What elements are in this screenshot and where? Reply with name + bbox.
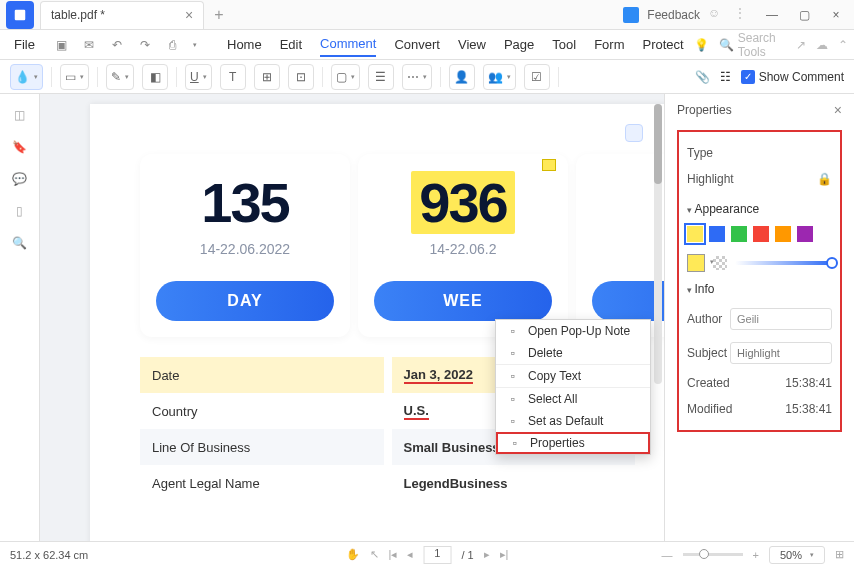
close-panel-icon[interactable]: ×: [834, 102, 842, 118]
ctx-copy-text[interactable]: ▫Copy Text: [496, 365, 650, 387]
opacity-slider[interactable]: [735, 261, 832, 265]
file-menu[interactable]: File: [6, 33, 43, 56]
eraser-tool[interactable]: ◧: [142, 64, 168, 90]
main-area: ◫ 🔖 💬 ▯ 🔍 135 14-22.06.2022 DAY936 14-22…: [0, 94, 854, 541]
more-icon[interactable]: ⋮: [734, 6, 752, 24]
shape-tool[interactable]: ▢▾: [331, 64, 360, 90]
search-tools[interactable]: 🔍 Search Tools: [719, 31, 786, 59]
next-page-icon[interactable]: ▸: [484, 548, 490, 561]
measure-tool[interactable]: ☰: [368, 64, 394, 90]
export-icon[interactable]: ↗: [796, 38, 806, 52]
maximize-button[interactable]: ▢: [792, 3, 816, 27]
close-button[interactable]: ×: [824, 3, 848, 27]
user-icon[interactable]: ☺: [708, 6, 726, 24]
color-swatch[interactable]: [753, 226, 769, 242]
sign-tool[interactable]: 👥▾: [483, 64, 516, 90]
first-page-icon[interactable]: |◂: [389, 548, 398, 561]
menu-convert[interactable]: Convert: [394, 33, 440, 56]
redo-icon[interactable]: ↷: [136, 35, 154, 55]
appearance-section[interactable]: Appearance: [687, 192, 832, 222]
ctx-open-pop-up-note[interactable]: ▫Open Pop-Up Note: [496, 320, 650, 342]
card-value: 135: [156, 170, 334, 235]
cloud-icon[interactable]: ☁: [816, 38, 828, 52]
mail-icon[interactable]: ✉: [81, 35, 99, 55]
tab-active[interactable]: table.pdf * ×: [40, 1, 204, 29]
minimize-button[interactable]: —: [760, 3, 784, 27]
menu-view[interactable]: View: [458, 33, 486, 56]
prev-page-icon[interactable]: ◂: [407, 548, 413, 561]
color-swatch[interactable]: [731, 226, 747, 242]
close-tab-icon[interactable]: ×: [185, 7, 193, 23]
approve-tool[interactable]: ☑: [524, 64, 550, 90]
show-comment-toggle[interactable]: ✓ Show Comment: [741, 70, 844, 84]
color-swatch[interactable]: [775, 226, 791, 242]
type-value: Highlight: [687, 172, 734, 186]
ctx-properties[interactable]: ▫Properties: [496, 432, 650, 454]
thumbnails-icon[interactable]: ◫: [14, 108, 25, 122]
print-icon[interactable]: ⎙: [163, 35, 181, 55]
note-tool[interactable]: 💧▾: [10, 64, 43, 90]
card-button[interactable]: WEE: [374, 281, 552, 321]
expand-icon[interactable]: ⌃: [838, 38, 848, 52]
menu-page[interactable]: Page: [504, 33, 534, 56]
ctx-icon: ▫: [506, 414, 520, 428]
undo-icon[interactable]: ↶: [108, 35, 126, 55]
card-button[interactable]: DAY: [156, 281, 334, 321]
menu-home[interactable]: Home: [227, 33, 262, 56]
attach-icon[interactable]: 📎: [695, 70, 710, 84]
hand-tool-icon[interactable]: ✋: [346, 548, 360, 561]
author-input[interactable]: [730, 308, 832, 330]
comments-panel-icon[interactable]: ☷: [720, 70, 731, 84]
underline-tool[interactable]: U▾: [185, 64, 212, 90]
stamp-tool[interactable]: 👤: [449, 64, 475, 90]
menu-protect[interactable]: Protect: [643, 33, 684, 56]
color-swatch[interactable]: [797, 226, 813, 242]
tab-label: table.pdf *: [51, 8, 105, 22]
menu-form[interactable]: Form: [594, 33, 624, 56]
search-left-icon[interactable]: 🔍: [12, 236, 27, 250]
comments-icon[interactable]: 💬: [12, 172, 27, 186]
subject-input[interactable]: [730, 342, 832, 364]
add-tab-button[interactable]: +: [214, 6, 223, 24]
canvas[interactable]: 135 14-22.06.2022 DAY936 14-22.06.2 WEE3…: [40, 94, 664, 541]
bulb-icon[interactable]: 💡: [694, 38, 709, 52]
zoom-slider[interactable]: [683, 553, 743, 556]
created-value: 15:38:41: [785, 376, 832, 390]
annotate-tool[interactable]: ▭▾: [60, 64, 89, 90]
menu-comment[interactable]: Comment: [320, 32, 376, 57]
callout-tool[interactable]: ⊡: [288, 64, 314, 90]
color-swatch[interactable]: [709, 226, 725, 242]
last-page-icon[interactable]: ▸|: [500, 548, 509, 561]
search-placeholder: Search Tools: [738, 31, 786, 59]
dist-tool[interactable]: ⋯▾: [402, 64, 432, 90]
pencil-tool[interactable]: ✎▾: [106, 64, 134, 90]
fit-page-icon[interactable]: ⊞: [835, 548, 844, 561]
table-cell: LegendBusiness: [392, 465, 636, 501]
menu-tool[interactable]: Tool: [552, 33, 576, 56]
save-icon[interactable]: ▣: [53, 35, 71, 55]
ctx-select-all[interactable]: ▫Select All: [496, 388, 650, 410]
fill-color-button[interactable]: ▾: [687, 254, 705, 272]
page-input[interactable]: 1: [423, 546, 451, 564]
feedback-icon: [623, 7, 639, 23]
feedback-label[interactable]: Feedback: [647, 8, 700, 22]
info-section[interactable]: Info: [687, 272, 832, 302]
transparency-pattern-icon[interactable]: [713, 256, 727, 270]
ctx-set-as-default[interactable]: ▫Set as Default: [496, 410, 650, 432]
select-tool-icon[interactable]: ↖: [370, 548, 379, 561]
text-tool[interactable]: T: [220, 64, 246, 90]
bookmarks-icon[interactable]: 🔖: [12, 140, 27, 154]
float-widget-icon[interactable]: [625, 124, 643, 142]
chevron-down-icon[interactable]: ▾: [193, 41, 197, 49]
attachments-icon[interactable]: ▯: [16, 204, 23, 218]
textbox-tool[interactable]: ⊞: [254, 64, 280, 90]
vertical-scrollbar[interactable]: [654, 104, 662, 384]
menu-edit[interactable]: Edit: [280, 33, 302, 56]
zoom-select[interactable]: 50% ▾: [769, 546, 825, 564]
ctx-delete[interactable]: ▫Delete: [496, 342, 650, 364]
lock-icon[interactable]: 🔒: [817, 172, 832, 186]
zoom-out-icon[interactable]: —: [662, 549, 673, 561]
popup-note-icon[interactable]: [542, 159, 556, 171]
zoom-in-icon[interactable]: +: [753, 549, 759, 561]
color-swatch[interactable]: [687, 226, 703, 242]
